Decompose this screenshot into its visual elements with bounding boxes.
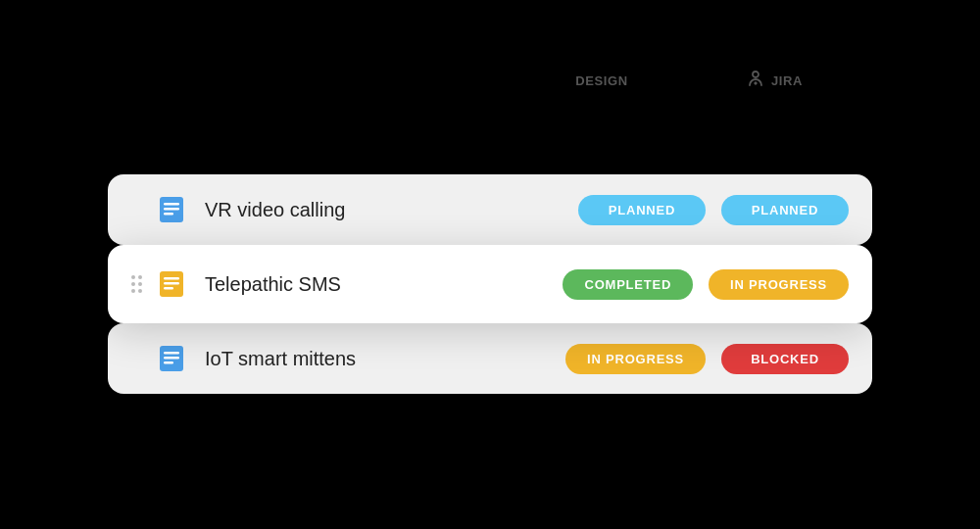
svg-rect-2: [164, 203, 179, 206]
jira-status-vr: PLANNED: [721, 195, 849, 225]
feature-name-sms: Telepathic SMS: [205, 273, 563, 296]
svg-rect-12: [164, 361, 173, 364]
svg-rect-3: [164, 208, 179, 211]
jira-status-iot: BLOCKED: [721, 344, 849, 374]
feature-name-iot: IoT smart mittens: [205, 348, 565, 370]
badges-vr: PLANNED PLANNED: [578, 195, 849, 225]
jira-icon: [746, 69, 765, 93]
scene: DESIGN JIRA: [88, 59, 892, 470]
svg-rect-11: [164, 357, 179, 360]
badges-iot: IN PROGRESS BLOCKED: [565, 344, 849, 374]
feature-row-iot-mittens[interactable]: IoT smart mittens IN PROGRESS BLOCKED: [108, 323, 872, 394]
svg-rect-8: [164, 287, 173, 290]
feature-icon-iot: [154, 341, 189, 376]
feature-icon-vr: [154, 192, 189, 227]
feature-row-vr-video-calling[interactable]: VR video calling PLANNED PLANNED: [108, 174, 872, 245]
svg-rect-6: [164, 277, 179, 280]
column-headers: DESIGN JIRA: [118, 69, 862, 93]
drag-handle-sms: [131, 275, 142, 293]
design-status-iot: IN PROGRESS: [565, 344, 706, 374]
badges-sms: COMPLETED IN PROGRESS: [563, 269, 849, 300]
feature-list: VR video calling PLANNED PLANNED: [108, 174, 872, 394]
svg-rect-7: [164, 282, 179, 285]
feature-icon-sms: [154, 266, 189, 302]
design-status-vr: PLANNED: [578, 195, 706, 225]
design-label: DESIGN: [575, 73, 628, 88]
design-column-header: DESIGN: [523, 69, 680, 93]
feature-row-telepathic-sms[interactable]: Telepathic SMS COMPLETED IN PROGRESS: [108, 245, 872, 323]
svg-rect-4: [164, 213, 173, 216]
svg-point-0: [753, 72, 759, 77]
jira-label: JIRA: [771, 73, 803, 88]
jira-column-header: JIRA: [696, 69, 853, 93]
svg-rect-10: [164, 352, 179, 355]
feature-name-vr: VR video calling: [205, 199, 578, 221]
design-status-sms: COMPLETED: [563, 269, 693, 300]
jira-status-sms: IN PROGRESS: [709, 269, 849, 300]
